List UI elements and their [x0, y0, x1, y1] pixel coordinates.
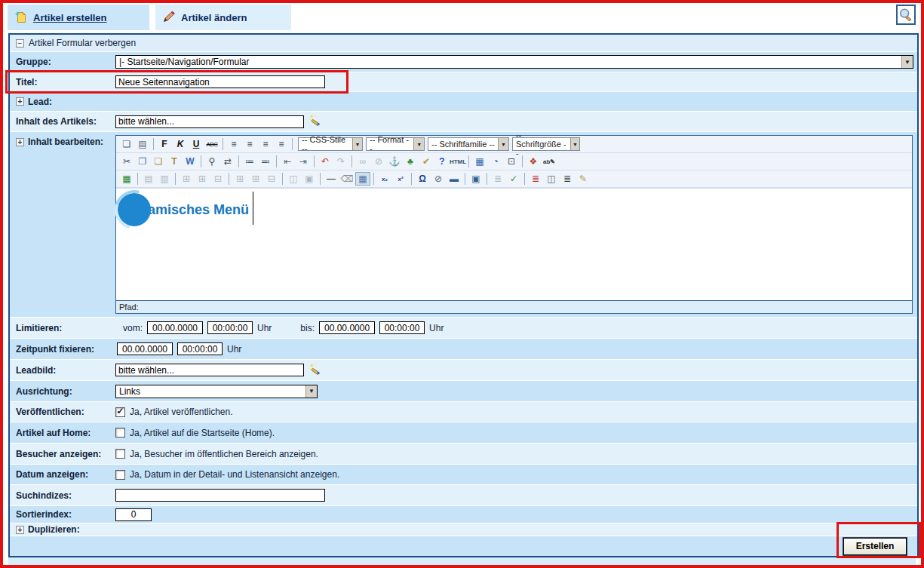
duplizieren-label: Duplizieren: — [28, 524, 80, 535]
limitieren-bis-time-input[interactable] — [379, 321, 425, 334]
bottom-strip — [8, 557, 916, 565]
toolbar-separator — [465, 173, 465, 185]
limitieren-vom-time-input[interactable] — [207, 321, 253, 334]
titel-input[interactable] — [115, 75, 325, 88]
duplizieren-row: + Duplizieren: — [10, 523, 917, 536]
css-styles-select[interactable]: -- CSS-Stile --▼ — [298, 137, 363, 151]
collapse-minus-icon[interactable]: − — [16, 39, 24, 48]
insert-time-icon[interactable]: ◔ — [488, 155, 503, 168]
italic-icon[interactable]: K — [173, 137, 188, 151]
limitieren-bis-date-input[interactable] — [319, 321, 375, 334]
zeitpunkt-date-input[interactable] — [117, 342, 173, 355]
insert-date-icon[interactable]: ▦ — [472, 155, 487, 168]
print-icon[interactable]: ▤ — [135, 137, 150, 151]
underline-icon[interactable]: U — [189, 137, 204, 151]
superscript-icon[interactable]: x² — [393, 172, 408, 186]
paste-icon[interactable]: ❏ — [151, 155, 166, 168]
nonbreaking-space-icon[interactable]: ▬ — [447, 172, 462, 186]
find-replace-icon[interactable]: ⇄ — [220, 155, 235, 168]
zeitpunkt-time-input[interactable] — [177, 342, 223, 355]
limitieren-row: Limitieren: vom: Uhr bis: Uhr — [10, 318, 917, 339]
insert-template-icon[interactable]: ✓ — [506, 172, 521, 186]
subscript-icon[interactable]: x₂ — [377, 172, 392, 186]
form-collapse-header[interactable]: − Artikel Formular verbergen — [10, 35, 917, 52]
visual-chars-icon[interactable]: ≣ — [528, 172, 543, 186]
align-left-icon[interactable]: ≡ — [226, 137, 241, 151]
insert-media-icon[interactable]: ⊘ — [431, 172, 446, 186]
submit-bar: Erstellen — [10, 536, 917, 556]
help-icon[interactable]: ? — [434, 155, 450, 168]
remove-format-icon[interactable]: ⌫ — [339, 172, 355, 186]
veroeffentlichen-checkbox[interactable]: ✓ — [115, 407, 125, 417]
copy-icon[interactable]: ❐ — [135, 155, 150, 168]
html-source-icon[interactable]: HTML — [450, 155, 465, 168]
suchindizes-input[interactable] — [115, 489, 325, 502]
numbered-list-icon[interactable]: ≕ — [258, 155, 273, 168]
split-cells-icon: ◫ — [286, 172, 301, 186]
limitieren-vom-date-input[interactable] — [147, 321, 203, 334]
datum-anzeigen-checkbox[interactable]: ✓ — [115, 470, 125, 480]
align-justify-icon[interactable]: ≡ — [274, 137, 289, 151]
inhalt-bearbeiten-expand-icon[interactable]: + — [16, 138, 24, 146]
ausrichtung-label: Ausrichtung: — [10, 386, 115, 397]
besucher-anzeigen-checkbox[interactable]: ✓ — [115, 449, 125, 459]
leadbild-input[interactable] — [115, 364, 304, 376]
inhalt-des-artikels-input[interactable] — [115, 115, 304, 128]
font-size-select[interactable]: -- Schriftgröße --▼ — [512, 137, 580, 151]
magic-wand-icon[interactable] — [309, 363, 321, 378]
cleanup-icon[interactable]: ✔ — [419, 155, 434, 168]
tab-artikel-aendern[interactable]: Artikel ändern — [155, 5, 291, 30]
align-right-icon[interactable]: ≡ — [258, 137, 273, 151]
bold-icon[interactable]: F — [157, 137, 172, 151]
text-color-icon[interactable]: ❖ — [526, 155, 541, 168]
align-center-icon[interactable]: ≡ — [242, 137, 257, 151]
toolbar-separator — [153, 138, 154, 150]
anchor-icon[interactable]: ⚓ — [387, 155, 402, 168]
merge-cells-icon: ▣ — [302, 172, 317, 186]
magic-wand-icon[interactable] — [309, 114, 321, 129]
chevron-down-icon[interactable]: ▼ — [305, 385, 317, 398]
magnifier-icon[interactable] — [896, 5, 916, 25]
paste-from-word-icon[interactable]: W — [183, 155, 198, 168]
tab-label: Artikel erstellen — [33, 12, 107, 23]
ausrichtung-select[interactable]: Links ▼ — [115, 385, 318, 398]
artikel-auf-home-checkbox[interactable]: ✓ — [115, 428, 125, 438]
toolbar-separator — [175, 173, 176, 185]
abbreviation-icon[interactable]: ≣ — [560, 172, 575, 186]
chevron-down-icon[interactable]: ▼ — [901, 56, 913, 68]
editor-content-area[interactable]: dynamisches Menü — [116, 188, 912, 300]
spellcheck-icon[interactable]: ab✎ — [542, 155, 557, 168]
unlink-icon: ⊘ — [371, 155, 386, 168]
format-select[interactable]: -- Format --▼ — [366, 137, 425, 151]
sortierindex-input[interactable] — [115, 508, 152, 521]
paste-as-text-icon[interactable]: T — [167, 155, 182, 168]
toggle-guidelines-icon[interactable]: ▦ — [355, 172, 370, 186]
logo-circle-icon — [118, 193, 151, 226]
font-family-select[interactable]: -- Schriftfamilie --▼ — [428, 137, 509, 151]
duplizieren-expand-icon[interactable]: + — [16, 526, 24, 534]
image-icon[interactable]: ♣ — [403, 155, 418, 168]
lead-expand-icon[interactable]: + — [16, 97, 24, 106]
outdent-icon[interactable]: ⇤ — [280, 155, 295, 168]
citation-icon[interactable]: ◫ — [544, 172, 559, 186]
find-icon[interactable]: ⚲ — [204, 155, 219, 168]
delete-column-icon: ⊟ — [264, 172, 279, 186]
horizontal-rule-icon[interactable]: — — [324, 172, 339, 186]
insert-table-icon[interactable]: ▦ — [119, 172, 134, 186]
insert-row-after-icon: ⊞ — [195, 172, 210, 186]
erstellen-button[interactable]: Erstellen — [843, 538, 907, 555]
cut-icon[interactable]: ✂ — [119, 155, 134, 168]
preview-icon[interactable]: ⊡ — [504, 155, 519, 168]
new-document-icon[interactable]: ❏ — [119, 137, 134, 151]
undo-icon[interactable]: ↶ — [318, 155, 333, 168]
inhalt-bearbeiten-label: Inhalt bearbeiten: — [28, 137, 103, 147]
special-character-icon[interactable]: Ω — [415, 172, 430, 186]
fullscreen-icon[interactable]: ▣ — [468, 172, 483, 186]
tab-artikel-erstellen[interactable]: Artikel erstellen — [8, 5, 149, 30]
edit-attributes-icon[interactable]: ✎ — [576, 172, 591, 186]
insert-column-after-icon: ⊞ — [248, 172, 263, 186]
indent-icon[interactable]: ⇥ — [296, 155, 311, 168]
gruppe-select[interactable]: |- Startseite/Navigation/Formular ▼ — [115, 55, 913, 69]
strikethrough-icon[interactable]: ABC — [204, 137, 219, 151]
bullet-list-icon[interactable]: ≔ — [242, 155, 257, 168]
